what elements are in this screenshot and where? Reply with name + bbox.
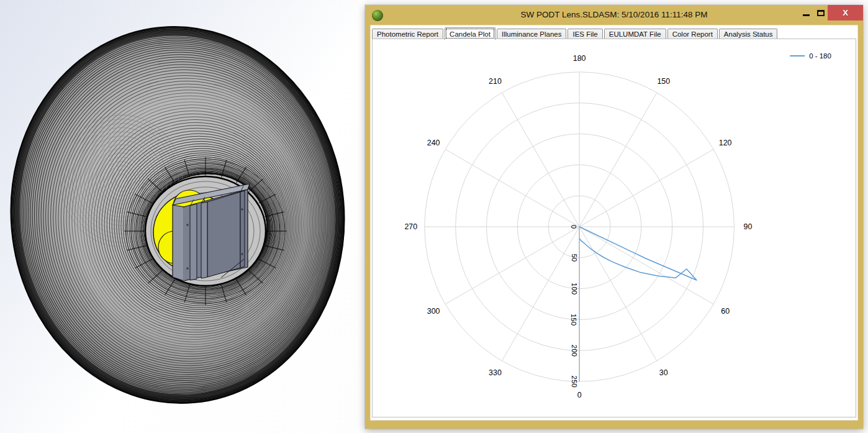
titlebar[interactable]: SW PODT Lens.SLDASM: 5/10/2016 11:11:48 … — [365, 5, 863, 25]
tab-control: Photometric ReportCandela PlotIlluminanc… — [370, 25, 858, 421]
lens-assembly-wireframe — [0, 0, 365, 433]
candela-curve — [579, 227, 697, 280]
candela-polar-chart: 0306090120150180210240270300330050100150… — [373, 39, 856, 417]
screw-dot — [241, 253, 243, 255]
svg-text:100: 100 — [570, 283, 577, 294]
minimize-button[interactable] — [803, 14, 810, 16]
tab-analysis-status[interactable]: Analysis Status — [719, 29, 778, 39]
svg-text:150: 150 — [657, 77, 670, 86]
tab-candela-plot[interactable]: Candela Plot — [445, 27, 495, 40]
close-button[interactable]: X — [828, 5, 863, 21]
tab-photometric-report[interactable]: Photometric Report — [372, 29, 443, 39]
svg-text:150: 150 — [570, 314, 577, 326]
window-title: SW PODT Lens.SLDASM: 5/10/2016 11:11:48 … — [365, 5, 863, 25]
screw-dot — [241, 208, 243, 211]
svg-text:210: 210 — [489, 77, 502, 86]
svg-text:250: 250 — [570, 376, 577, 388]
svg-text:120: 120 — [719, 139, 732, 147]
maximize-button[interactable] — [817, 10, 825, 16]
svg-text:30: 30 — [659, 368, 668, 377]
svg-text:330: 330 — [489, 368, 502, 377]
tab-strip: Photometric ReportCandela PlotIlluminanc… — [372, 27, 856, 39]
legend: 0 - 180 — [790, 52, 831, 60]
tab-ies-file[interactable]: IES File — [567, 29, 602, 39]
screen: SW PODT Lens.SLDASM: 5/10/2016 11:11:48 … — [0, 0, 868, 433]
svg-text:90: 90 — [744, 222, 753, 231]
radial-tick-labels: 050100150200250 — [570, 225, 577, 388]
screw-dot — [186, 267, 189, 270]
screw-dot — [186, 224, 189, 226]
solidworks-3d-viewport[interactable] — [0, 0, 365, 433]
svg-text:60: 60 — [721, 307, 730, 316]
tab-eulumdat-file[interactable]: EULUMDAT File — [604, 29, 666, 39]
svg-text:0: 0 — [570, 225, 577, 229]
svg-text:300: 300 — [427, 307, 440, 316]
svg-text:0 - 180: 0 - 180 — [809, 52, 831, 60]
svg-text:0: 0 — [577, 391, 582, 399]
svg-text:180: 180 — [573, 54, 586, 63]
svg-text:50: 50 — [570, 253, 577, 262]
photometric-results-window: SW PODT Lens.SLDASM: 5/10/2016 11:11:48 … — [365, 5, 863, 429]
tab-illuminance-planes[interactable]: Illuminance Planes — [497, 29, 567, 39]
tab-color-report[interactable]: Color Report — [667, 29, 718, 39]
svg-text:270: 270 — [404, 222, 417, 231]
candela-plot-page: 0306090120150180210240270300330050100150… — [372, 39, 856, 417]
svg-text:200: 200 — [570, 345, 577, 357]
svg-text:240: 240 — [427, 139, 440, 147]
